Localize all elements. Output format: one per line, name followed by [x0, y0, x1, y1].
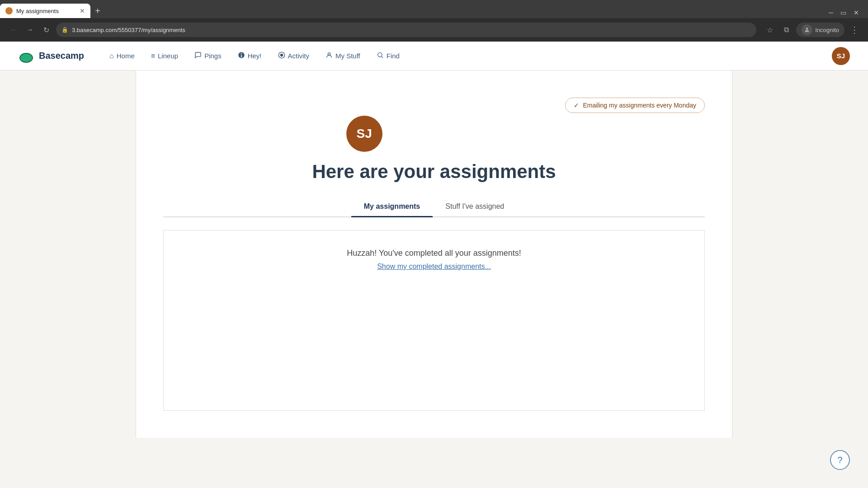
- new-tab-button[interactable]: +: [90, 4, 105, 18]
- nav-item-hey-label: Hey!: [248, 52, 262, 60]
- checkmark-icon: ✓: [574, 102, 579, 109]
- svg-line-8: [382, 56, 383, 58]
- email-badge-label: Emailing my assignments every Monday: [583, 102, 696, 109]
- browser-menu-button[interactable]: ⋮: [848, 23, 861, 36]
- nav-items: ⌂ Home ≡ Lineup Pings Hey!: [102, 48, 832, 64]
- tab-favicon: [5, 7, 13, 14]
- nav-item-lineup-label: Lineup: [158, 52, 178, 60]
- bookmark-icon[interactable]: ☆: [764, 23, 776, 36]
- nav-item-activity-label: Activity: [288, 52, 310, 60]
- browser-tab-active[interactable]: My assignments ✕: [0, 4, 90, 18]
- show-completed-link[interactable]: Show my completed assignments...: [377, 263, 491, 270]
- address-bar[interactable]: 🔒 3.basecamp.com/5550377/my/assignments: [56, 23, 756, 37]
- tab-stuff-assigned[interactable]: Stuff I've assigned: [433, 197, 517, 217]
- forward-button[interactable]: →: [24, 23, 36, 36]
- brand-name: Basecamp: [39, 51, 84, 61]
- incognito-avatar: [802, 24, 812, 35]
- user-avatar-nav[interactable]: SJ: [832, 47, 850, 65]
- home-icon: ⌂: [109, 52, 114, 60]
- pings-icon: [194, 52, 202, 61]
- nav-item-find[interactable]: Find: [369, 48, 407, 64]
- nav-item-find-label: Find: [387, 52, 400, 60]
- restore-button[interactable]: ▭: [839, 7, 848, 18]
- help-button[interactable]: ?: [830, 450, 850, 470]
- tab-close-button[interactable]: ✕: [80, 7, 85, 14]
- split-view-icon[interactable]: ⧉: [780, 23, 793, 36]
- tabs-container: My assignments Stuff I've assigned: [163, 197, 705, 217]
- reload-button[interactable]: ↻: [40, 23, 52, 36]
- close-window-button[interactable]: ✕: [852, 7, 861, 18]
- svg-point-7: [377, 52, 382, 56]
- nav-item-home[interactable]: ⌂ Home: [102, 48, 142, 64]
- tab-title: My assignments: [16, 8, 76, 14]
- incognito-label: Incognito: [815, 27, 839, 33]
- nav-item-activity[interactable]: Activity: [271, 48, 317, 64]
- user-avatar-large: SJ: [346, 116, 382, 152]
- svg-point-1: [806, 28, 808, 30]
- nav-item-home-label: Home: [117, 52, 135, 60]
- lock-icon: 🔒: [61, 27, 68, 33]
- incognito-button[interactable]: Incognito: [796, 23, 844, 37]
- minimize-button[interactable]: ─: [827, 7, 835, 18]
- hero-section: SJ Here are your assignments: [163, 116, 705, 183]
- lineup-icon: ≡: [151, 52, 155, 60]
- back-button[interactable]: ←: [7, 23, 20, 36]
- svg-point-6: [328, 52, 330, 55]
- url-text: 3.basecamp.com/5550377/my/assignments: [72, 27, 751, 33]
- find-icon: [377, 52, 384, 61]
- hey-icon: [238, 52, 245, 61]
- nav-item-pings[interactable]: Pings: [187, 48, 229, 64]
- main-panel: Huzzah! You've completed all your assign…: [163, 230, 705, 411]
- nav-item-mystuff[interactable]: My Stuff: [318, 48, 368, 64]
- mystuff-icon: [326, 52, 333, 61]
- completed-message: Huzzah! You've completed all your assign…: [173, 249, 695, 258]
- nav-item-pings-label: Pings: [204, 52, 222, 60]
- page-top: ✓ Emailing my assignments every Monday S…: [163, 70, 705, 411]
- tab-my-assignments[interactable]: My assignments: [351, 197, 433, 217]
- nav-item-lineup[interactable]: ≡ Lineup: [144, 48, 185, 64]
- brand-logo-link[interactable]: Basecamp: [18, 48, 84, 64]
- page-content: ✓ Emailing my assignments every Monday S…: [136, 70, 732, 438]
- nav-item-hey[interactable]: Hey!: [231, 48, 269, 64]
- svg-point-5: [280, 54, 283, 56]
- activity-icon: [278, 52, 285, 61]
- basecamp-logo-icon: [18, 48, 34, 64]
- email-badge-button[interactable]: ✓ Emailing my assignments every Monday: [565, 98, 705, 113]
- page-title: Here are your assignments: [163, 161, 705, 183]
- nav-item-mystuff-label: My Stuff: [335, 52, 360, 60]
